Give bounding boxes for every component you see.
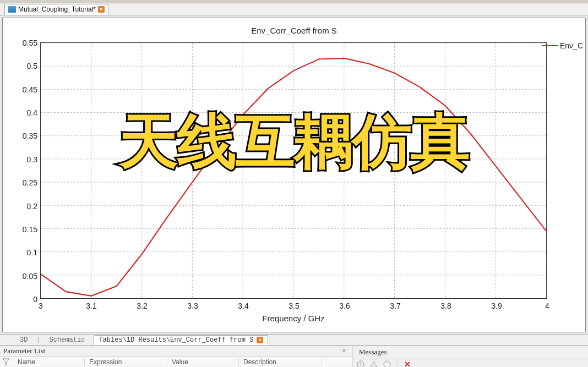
legend-swatch (542, 45, 558, 46)
x-tick-label: 3.3 (187, 302, 198, 310)
x-tick-label: 3.5 (288, 302, 299, 310)
message-filter-icons: i ! | (352, 359, 588, 367)
cst-file-icon (8, 6, 16, 13)
close-icon[interactable]: ✕ (257, 337, 263, 343)
tab-schematic[interactable]: Schematic (41, 335, 94, 345)
x-tick-label: 3.8 (440, 302, 451, 310)
y-tick-label: 0.45 (23, 85, 37, 94)
warning-icon[interactable]: ! (370, 360, 378, 368)
legend[interactable]: Env_C (542, 41, 583, 50)
parameter-list-panel: Parameter List × Name Expression Value D… (0, 346, 352, 367)
tab-results-label: Tables\1D Results\Env_Corr_Coeff from S (99, 336, 253, 344)
y-tick-label: 0.1 (27, 248, 37, 257)
y-tick-label: 0.5 (27, 62, 37, 70)
y-tick-label: 0.55 (23, 39, 37, 47)
close-icon[interactable]: ✕ (98, 6, 105, 13)
x-tick-label: 3 (39, 302, 43, 310)
tab-results-active[interactable]: Tables\1D Results\Env_Corr_Coeff from S … (94, 335, 268, 345)
document-tab[interactable]: Mutual_Coupling_Tutorial* ✕ (4, 4, 108, 15)
col-description[interactable]: Description (239, 358, 322, 366)
y-tick-label: 0.2 (27, 202, 37, 211)
panel-title-text: Messages (356, 347, 390, 358)
filter-icon[interactable] (2, 358, 10, 366)
x-tick-label: 3.7 (390, 302, 400, 310)
svg-point-26 (384, 361, 390, 368)
y-tick-label: 0.15 (23, 225, 37, 234)
bottom-panels: Parameter List × Name Expression Value D… (0, 346, 588, 367)
svg-text:i: i (360, 361, 361, 367)
x-tick-label: 3.2 (137, 302, 147, 310)
y-tick-label: 0.3 (27, 155, 37, 164)
clear-icon[interactable] (404, 360, 411, 368)
col-expression[interactable]: Expression (85, 358, 167, 366)
svg-text:!: ! (373, 363, 374, 368)
x-tick-label: 3.1 (86, 302, 96, 310)
view-tab-bar: 3D | Schematic Tables\1D Results\Env_Cor… (0, 335, 588, 346)
x-tick-label: 3.4 (238, 302, 248, 310)
close-icon[interactable]: × (340, 347, 349, 355)
panel-title-text: Parameter List (3, 347, 45, 355)
y-tick-label: 0.4 (27, 108, 37, 117)
plot-title: Env_Corr_Coeff from S (3, 18, 585, 35)
tab-separator: | (36, 336, 40, 344)
y-tick-label: 0.05 (23, 272, 37, 281)
y-tick-label: 0.35 (23, 132, 37, 140)
tab-3d[interactable]: 3D (11, 335, 36, 345)
x-tick-label: 3.9 (491, 302, 502, 310)
col-name[interactable]: Name (13, 358, 85, 366)
param-columns: Name Expression Value Description (0, 357, 352, 366)
y-tick-label: 0.25 (23, 178, 37, 187)
info-icon[interactable]: i (357, 360, 364, 368)
x-tick-label: 3.6 (339, 302, 350, 310)
document-tab-bar: Mutual_Coupling_Tutorial* ✕ (0, 3, 588, 15)
x-tick-label: 4 (545, 302, 549, 310)
info-circle-icon[interactable] (383, 360, 391, 368)
col-value[interactable]: Value (167, 358, 239, 366)
tab-label: Mutual_Coupling_Tutorial* (18, 6, 96, 13)
legend-label: Env_C (560, 41, 583, 50)
messages-panel: Messages i ! | (352, 346, 588, 367)
overlay-caption: 天线互耦仿真 (119, 102, 469, 182)
y-tick-label: 0 (33, 295, 37, 304)
x-axis-label: Frequency / GHz (262, 314, 324, 323)
